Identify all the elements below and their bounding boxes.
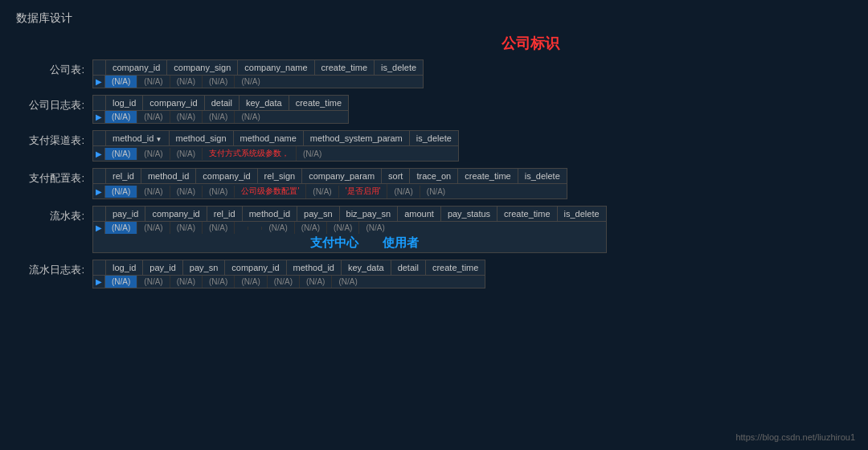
- center-label-0: 支付中心: [310, 235, 358, 251]
- col-header-pay_config-0: rel_id: [106, 169, 141, 183]
- table-header-flow_log: log_idpay_idpay_sncompany_idmethod_idkey…: [93, 260, 485, 276]
- row-arrow-company_log-0: ▶: [93, 111, 105, 123]
- col-header-flow-3: method_id: [243, 207, 297, 221]
- col-header-company_log-1: company_id: [143, 96, 204, 110]
- col-header-pay_channel-4: is_delete: [410, 131, 458, 145]
- section-pay_channel: 支付渠道表:method_idmethod_signmethod_namemet…: [16, 130, 852, 162]
- col-header-pay_channel-2: method_name: [234, 131, 304, 145]
- col-header-company_log-3: key_data: [240, 96, 289, 110]
- cell-pay_channel-0-0: (N/A): [105, 148, 137, 160]
- cell-pay_config-0-6: '是否启用': [339, 184, 388, 198]
- col-header-flow_log-1: pay_id: [143, 260, 182, 275]
- cell-company-0-2: (N/A): [170, 76, 203, 88]
- col-header-pay_config-6: trace_on: [410, 169, 458, 183]
- cell-flow-0-3: (N/A): [203, 222, 235, 234]
- table-row-company_log-0: ▶(N/A)(N/A)(N/A)(N/A)(N/A): [93, 111, 348, 123]
- cell-company-0-3: (N/A): [203, 76, 235, 88]
- col-header-flow_log-7: create_time: [426, 260, 485, 275]
- cell-pay_config-0-2: (N/A): [170, 186, 203, 198]
- cell-flow_log-0-4: (N/A): [235, 276, 267, 288]
- table-header-pay_config: rel_idmethod_idcompany_idrel_signcompany…: [93, 169, 567, 184]
- table-pay_channel: method_idmethod_signmethod_namemethod_sy…: [92, 130, 459, 162]
- col-header-pay_config-7: create_time: [458, 169, 518, 183]
- col-header-flow_log-6: detail: [391, 260, 426, 275]
- col-header-flow_log-2: pay_sn: [183, 260, 225, 275]
- cell-flow_log-0-0: (N/A): [105, 276, 137, 288]
- row-arrow-flow-0: ▶: [93, 222, 105, 234]
- section-label-company: 公司表:: [16, 59, 92, 77]
- col-header-pay_channel-3: method_system_param: [304, 131, 410, 145]
- cell-company_log-0-0: (N/A): [105, 111, 137, 123]
- section-pay_config: 支付配置表:rel_idmethod_idcompany_idrel_signc…: [16, 168, 852, 199]
- section-flow_log: 流水日志表:log_idpay_idpay_sncompany_idmethod…: [16, 260, 852, 288]
- col-header-flow-4: pay_sn: [297, 207, 339, 221]
- col-header-company-4: is_delete: [375, 60, 423, 75]
- col-header-company-1: company_sign: [167, 60, 238, 75]
- col-header-flow-2: rel_id: [207, 207, 243, 221]
- table-pay_config: rel_idmethod_idcompany_idrel_signcompany…: [92, 168, 567, 199]
- cell-flow_log-0-2: (N/A): [170, 276, 203, 288]
- col-header-flow-5: biz_pay_sn: [340, 207, 399, 221]
- table-header-pay_channel: method_idmethod_signmethod_namemethod_sy…: [93, 131, 458, 146]
- table-row-pay_channel-0: ▶(N/A)(N/A)(N/A)支付方式系统级参数，(N/A): [93, 146, 458, 161]
- table-company_log: log_idcompany_iddetailkey_datacreate_tim…: [92, 95, 349, 124]
- cell-flow_log-0-6: (N/A): [300, 276, 332, 288]
- center-label-1: 使用者: [383, 235, 419, 251]
- cell-company-0-0: (N/A): [105, 76, 137, 88]
- col-header-company-2: company_name: [238, 60, 314, 75]
- section-label-company_log: 公司日志表:: [16, 95, 92, 112]
- table-header-company_log: log_idcompany_iddetailkey_datacreate_tim…: [93, 96, 348, 111]
- col-header-flow_log-3: company_id: [225, 260, 286, 275]
- cell-company_log-0-4: (N/A): [235, 111, 266, 123]
- col-header-flow_log-0: log_id: [106, 260, 143, 275]
- section-label-flow: 流水表:: [16, 206, 92, 223]
- col-header-flow-7: pay_status: [441, 207, 497, 221]
- col-header-company_log-2: detail: [205, 96, 240, 110]
- page-title: 数据库设计: [16, 11, 852, 26]
- col-header-pay_config-4: company_param: [302, 169, 382, 183]
- cell-flow-0-4: [235, 227, 248, 230]
- cell-company_log-0-1: (N/A): [137, 111, 170, 123]
- cell-company_log-0-2: (N/A): [170, 111, 203, 123]
- table-header-company: company_idcompany_signcompany_namecreate…: [93, 60, 423, 76]
- cell-flow-0-5: [248, 227, 262, 230]
- col-header-flow_log-4: method_id: [287, 260, 342, 275]
- cell-pay_config-0-7: (N/A): [387, 186, 420, 198]
- col-header-company-3: create_time: [315, 60, 375, 75]
- cell-flow-0-8: (N/A): [327, 222, 359, 234]
- col-header-flow-0: pay_id: [106, 207, 145, 221]
- company-label: 公司标识: [209, 34, 852, 53]
- col-header-pay_config-3: rel_sign: [258, 169, 303, 183]
- table-flow_log: log_idpay_idpay_sncompany_idmethod_idkey…: [92, 260, 485, 288]
- cell-company-0-1: (N/A): [137, 76, 170, 88]
- cell-pay_config-0-0: (N/A): [105, 186, 137, 198]
- col-header-flow-9: is_delete: [558, 207, 606, 221]
- cell-pay_config-0-8: (N/A): [420, 186, 452, 198]
- cell-pay_channel-0-1: (N/A): [137, 148, 170, 160]
- col-header-pay_config-1: method_id: [141, 169, 196, 183]
- table-row-company-0: ▶(N/A)(N/A)(N/A)(N/A)(N/A): [93, 76, 423, 88]
- col-header-pay_channel-0: method_id: [106, 131, 170, 145]
- cell-pay_channel-0-3: 支付方式系统级参数，: [203, 146, 297, 161]
- col-header-company_log-4: create_time: [289, 96, 348, 110]
- table-flow: pay_idcompany_idrel_idmethod_idpay_snbiz…: [92, 206, 607, 253]
- table-company: company_idcompany_signcompany_namecreate…: [92, 59, 424, 88]
- cell-pay_channel-0-4: (N/A): [297, 148, 328, 160]
- section-company_log: 公司日志表:log_idcompany_iddetailkey_datacrea…: [16, 95, 852, 124]
- row-arrow-company-0: ▶: [93, 76, 105, 88]
- table-row-flow_log-0: ▶(N/A)(N/A)(N/A)(N/A)(N/A)(N/A)(N/A)(N/A…: [93, 276, 485, 288]
- col-header-flow_log-5: key_data: [342, 260, 391, 275]
- cell-flow-0-1: (N/A): [137, 222, 170, 234]
- col-header-flow-6: amount: [398, 207, 441, 221]
- table-header-flow: pay_idcompany_idrel_idmethod_idpay_snbiz…: [93, 207, 606, 222]
- col-header-company_log-0: log_id: [106, 96, 143, 110]
- cell-flow-0-2: (N/A): [170, 222, 203, 234]
- cell-flow_log-0-3: (N/A): [203, 276, 235, 288]
- table-row-flow-0: ▶(N/A)(N/A)(N/A)(N/A)(N/A)(N/A)(N/A)(N/A…: [93, 222, 606, 234]
- cell-flow-0-6: (N/A): [262, 222, 294, 234]
- cell-pay_config-0-1: (N/A): [137, 186, 170, 198]
- cell-pay_config-0-3: (N/A): [203, 186, 235, 198]
- section-label-pay_config: 支付配置表:: [16, 168, 92, 186]
- col-header-pay_config-5: sort: [382, 169, 410, 183]
- table-row-pay_config-0: ▶(N/A)(N/A)(N/A)(N/A)公司级参数配置'(N/A)'是否启用'…: [93, 184, 567, 198]
